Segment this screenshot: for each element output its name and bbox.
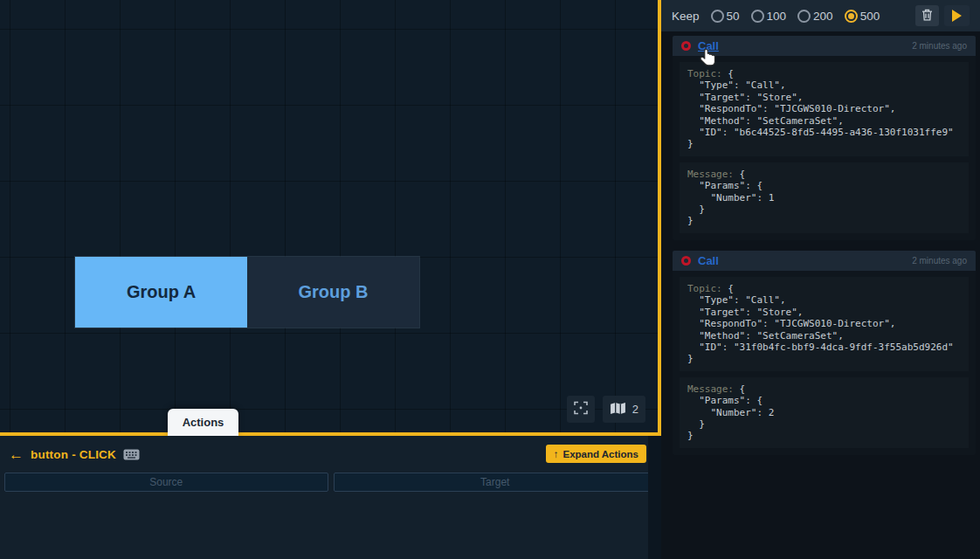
- timestamp: 2 minutes ago: [912, 256, 967, 266]
- group-a-label: Group A: [127, 282, 196, 302]
- play-icon: [952, 10, 962, 22]
- action-title: button - CLICK: [31, 448, 116, 461]
- play-button[interactable]: [944, 5, 970, 26]
- radio-icon: [711, 10, 724, 23]
- topic-code-block: Topic: { "Type": "Call", "Target": "Stor…: [680, 62, 969, 156]
- card-header: Call 2 minutes ago: [673, 251, 976, 271]
- record-icon: [681, 256, 691, 266]
- keep-label: Keep: [672, 10, 700, 23]
- action-detail-panel: ← button - CLICK ↑ Expand Actions: [0, 436, 661, 559]
- minimap-count: 2: [632, 403, 638, 416]
- call-link[interactable]: Call: [698, 39, 719, 52]
- trash-icon: [921, 9, 933, 24]
- expand-actions-label: Expand Actions: [563, 449, 638, 459]
- group-b-label: Group B: [299, 282, 369, 302]
- app-window: Group A Group B: [0, 0, 980, 559]
- source-input[interactable]: [4, 473, 328, 492]
- card-header: Call 2 minutes ago: [673, 36, 976, 56]
- radio-icon: [797, 10, 811, 23]
- keep-option-200[interactable]: 200: [797, 10, 833, 23]
- map-icon: [610, 402, 626, 418]
- clear-messages-button[interactable]: [915, 5, 939, 26]
- fit-to-screen-icon: [574, 401, 588, 418]
- minimap-button[interactable]: 2: [603, 396, 645, 423]
- call-link[interactable]: Call: [698, 254, 719, 267]
- group-a-button[interactable]: Group A: [75, 257, 247, 328]
- target-input[interactable]: [334, 473, 658, 492]
- stage-canvas[interactable]: Group A Group B: [0, 0, 661, 436]
- expand-actions-button[interactable]: ↑ Expand Actions: [546, 445, 646, 463]
- message-card: Call 2 minutes ago Topic: { "Type": "Cal…: [673, 36, 976, 240]
- timestamp: 2 minutes ago: [912, 41, 967, 51]
- record-icon: [681, 41, 691, 51]
- actions-tab[interactable]: Actions: [168, 409, 238, 436]
- fit-to-screen-button[interactable]: [567, 396, 595, 423]
- keyboard-icon[interactable]: [123, 449, 140, 460]
- radio-selected-icon: [845, 10, 858, 23]
- group-button-row: Group A Group B: [74, 256, 420, 328]
- message-code-block: Message: { "Params": { "Number": 1 } }: [680, 162, 969, 233]
- messages-panel: Keep 50 100 200 500: [661, 0, 980, 559]
- keep-toolbar: Keep 50 100 200 500: [661, 0, 980, 31]
- back-arrow-icon[interactable]: ←: [9, 447, 24, 462]
- actions-tab-label: Actions: [183, 416, 224, 429]
- keep-option-500[interactable]: 500: [845, 10, 880, 23]
- keep-option-100[interactable]: 100: [751, 10, 787, 23]
- action-detail-header: ← button - CLICK ↑ Expand Actions: [0, 436, 661, 473]
- canvas-controls: 2: [567, 396, 645, 423]
- keep-actions: [915, 5, 970, 26]
- message-card: Call 2 minutes ago Topic: { "Type": "Cal…: [673, 251, 976, 455]
- keep-option-50[interactable]: 50: [711, 10, 740, 23]
- expand-arrow-icon: ↑: [554, 449, 559, 459]
- panel-gutter: [648, 436, 661, 559]
- source-target-row: [0, 473, 661, 492]
- message-card-list: Call 2 minutes ago Topic: { "Type": "Cal…: [661, 31, 980, 455]
- group-b-button[interactable]: Group B: [247, 257, 419, 328]
- radio-icon: [751, 10, 764, 23]
- topic-code-block: Topic: { "Type": "Call", "Target": "Stor…: [680, 277, 969, 371]
- message-code-block: Message: { "Params": { "Number": 2 } }: [680, 377, 969, 448]
